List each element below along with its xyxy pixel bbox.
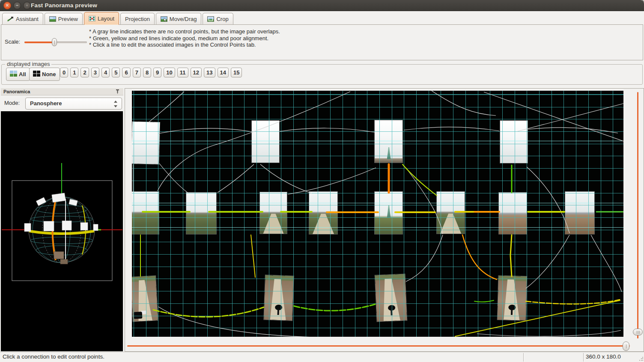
image-toggle-2[interactable]: 2 <box>80 68 89 77</box>
image-toggle-7[interactable]: 7 <box>133 68 141 77</box>
tab-assistant[interactable]: Assistant <box>2 13 43 25</box>
tab-preview[interactable]: GL Preview <box>45 13 83 25</box>
tab-label: Assistant <box>16 16 39 22</box>
alignment-lines[interactable] <box>140 164 623 336</box>
app-window: ✕ – ▫ Fast Panorama preview Assistant GL… <box>0 0 644 362</box>
scale-slider-handle[interactable] <box>52 38 57 46</box>
show-all-button[interactable]: All <box>6 68 30 81</box>
crop-icon <box>207 16 214 22</box>
all-label: All <box>19 71 26 77</box>
status-divider <box>583 353 584 362</box>
window-title: Fast Panorama preview <box>31 0 97 11</box>
mode-label: Mode: <box>4 100 20 106</box>
vertical-slider-handle[interactable] <box>633 329 643 335</box>
no-images-icon <box>33 71 40 78</box>
show-none-button[interactable]: None <box>29 68 60 81</box>
resize-grip[interactable] <box>639 357 643 361</box>
scale-slider[interactable] <box>24 38 87 47</box>
layout-canvas[interactable] <box>132 91 623 337</box>
image-toggle-4[interactable]: 4 <box>101 68 110 77</box>
maximize-button[interactable]: ▫ <box>23 2 31 9</box>
status-message: Click a connection to edit control point… <box>3 353 104 360</box>
tab-bar: Assistant GL Preview Layout Projection M… <box>0 11 644 25</box>
svg-text:GL: GL <box>50 17 54 19</box>
scale-slider-fill <box>24 42 54 43</box>
close-icon: ✕ <box>4 2 11 9</box>
pin-icon[interactable] <box>115 89 120 96</box>
preview-icon: GL <box>49 16 56 22</box>
image-toggle-9[interactable]: 9 <box>153 68 161 77</box>
image-toggle-8[interactable]: 8 <box>143 68 151 77</box>
image-toggle-1[interactable]: 1 <box>70 68 78 77</box>
panosphere-viewport[interactable] <box>1 111 123 351</box>
move-drag-icon <box>161 16 167 22</box>
displayed-images-group: displayed images All None 0 1 2 3 4 5 6 … <box>1 64 643 85</box>
help-text: * A gray line indicates there are no con… <box>89 28 280 48</box>
image-toggle-14[interactable]: 14 <box>218 68 229 77</box>
panel-title: Panoramica <box>3 89 30 94</box>
tab-crop[interactable]: Crop <box>203 13 233 25</box>
maximize-icon: ▫ <box>24 2 30 9</box>
horizontal-slider-handle[interactable] <box>623 341 629 351</box>
vertical-slider-track[interactable] <box>637 92 638 338</box>
assistant-icon <box>7 16 14 22</box>
layout-tab-page: Scale: * A gray line indicates there are… <box>1 24 643 60</box>
none-label: None <box>42 71 56 77</box>
scale-label: Scale: <box>5 39 20 45</box>
status-divider <box>523 353 524 362</box>
tab-label: Move/Drag <box>170 16 197 22</box>
image-toggle-15[interactable]: 15 <box>231 68 242 77</box>
mode-select[interactable]: Panosphere <box>25 98 122 110</box>
tab-label: Projection <box>125 16 150 22</box>
all-images-icon <box>10 71 17 78</box>
tab-label: Crop <box>216 16 228 22</box>
canvas-size-readout: 360.0 x 180.0 <box>586 353 621 360</box>
status-bar: Click a connection to edit control point… <box>0 352 644 362</box>
tab-move-drag[interactable]: Move/Drag <box>156 13 202 25</box>
help-line-3: * Click a line to edit the associated im… <box>89 42 280 48</box>
image-toggle-11[interactable]: 11 <box>177 68 188 77</box>
spinner-arrows-icon <box>114 100 118 108</box>
image-toggle-10[interactable]: 10 <box>164 68 175 77</box>
image-toggle-row: 0 1 2 3 4 5 6 7 8 9 10 11 12 13 14 15 <box>60 68 242 77</box>
panel-header: Panoramica <box>1 88 123 95</box>
image-toggle-5[interactable]: 5 <box>112 68 120 77</box>
titlebar: ✕ – ▫ Fast Panorama preview <box>0 0 644 11</box>
horizontal-slider-track[interactable] <box>127 345 630 347</box>
tab-layout[interactable]: Layout <box>84 12 119 25</box>
layout-main-area <box>125 88 644 352</box>
tab-label: Preview <box>58 16 78 22</box>
help-line-2: * Green, yellow and red lines indicate g… <box>89 35 280 42</box>
displayed-images-label: displayed images <box>5 61 51 67</box>
image-toggle-6[interactable]: 6 <box>122 68 130 77</box>
tab-label: Layout <box>98 15 114 22</box>
layout-icon <box>89 16 95 21</box>
mode-value: Panosphere <box>30 100 62 107</box>
image-toggle-13[interactable]: 13 <box>204 68 215 77</box>
close-button[interactable]: ✕ <box>3 2 11 9</box>
image-toggle-12[interactable]: 12 <box>191 68 202 77</box>
panosphere-graphic <box>1 111 123 351</box>
overlap-lines-gray[interactable] <box>133 91 623 337</box>
help-line-1: * A gray line indicates there are no con… <box>89 28 280 35</box>
image-toggle-0[interactable]: 0 <box>60 68 68 77</box>
minimize-icon: – <box>14 2 21 9</box>
tab-projection[interactable]: Projection <box>120 13 155 25</box>
minimize-button[interactable]: – <box>13 2 21 9</box>
image-toggle-3[interactable]: 3 <box>91 68 99 77</box>
mode-row: Mode: Panosphere <box>1 96 123 111</box>
connection-lines-layer <box>132 91 623 337</box>
